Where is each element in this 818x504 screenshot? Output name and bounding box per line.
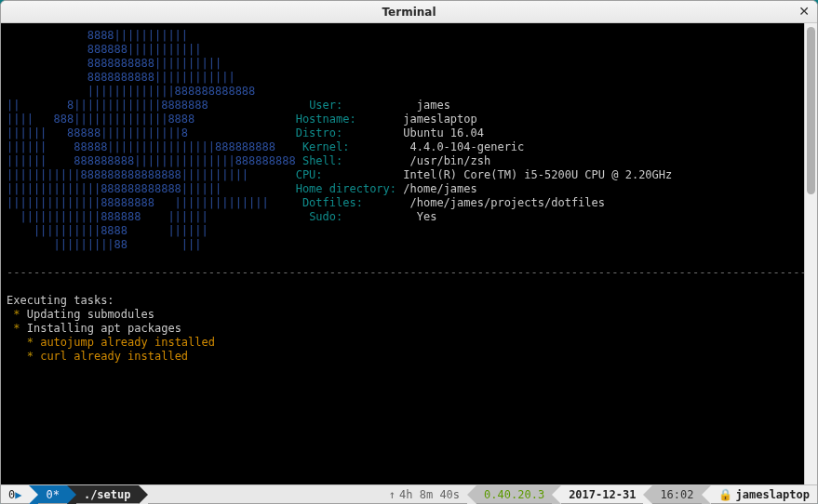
chevron-right-icon <box>29 485 38 504</box>
status-current-cmd[interactable]: ./setup <box>76 485 139 503</box>
info-label: Hostname: <box>296 113 356 126</box>
info-label: Home directory: <box>296 182 396 195</box>
bullet-icon: * <box>13 308 20 321</box>
chevron-right-icon <box>67 485 76 504</box>
status-uptime: ↑4h 8m 40s <box>382 485 467 503</box>
status-spacer <box>148 485 382 503</box>
terminal-output[interactable]: 8888||||||||||| 888888||||||||||| 888888… <box>1 23 804 484</box>
tmux-statusbar: 0 ▶ 0* ./setup ↑4h 8m 40s 0.4 0.2 0.3 20… <box>1 484 817 503</box>
info-value: /usr/bin/zsh <box>410 154 491 167</box>
info-label: User: <box>309 99 342 112</box>
chevron-left-icon <box>643 485 652 504</box>
terminal-window: Terminal ✕ 8888||||||||||| 888888|||||||… <box>0 0 818 504</box>
info-value: Yes <box>417 210 437 223</box>
status-window-tab[interactable]: 0* <box>38 485 66 503</box>
status-loadavg: 0.4 0.2 0.3 <box>476 485 552 503</box>
scrollbar[interactable] <box>804 23 817 484</box>
task-item: Updating submodules <box>27 308 154 321</box>
ascii-logo: 8888||||||||||| 888888||||||||||| 888888… <box>7 29 672 251</box>
divider: ----------------------------------------… <box>7 266 804 279</box>
chevron-left-icon <box>702 485 711 504</box>
bullet-icon: * <box>27 350 34 363</box>
titlebar[interactable]: Terminal ✕ <box>1 1 817 23</box>
info-value: Intel(R) Core(TM) i5-5200U CPU @ 2.20GHz <box>403 168 672 181</box>
task-subitem: autojump already installed <box>40 336 215 349</box>
status-date: 2017-12-31 <box>561 485 643 503</box>
lock-icon: 🔒 <box>718 488 732 501</box>
task-item: Installing apt packages <box>27 322 181 335</box>
window-title: Terminal <box>382 6 436 19</box>
exec-header: Executing tasks: <box>7 294 114 307</box>
close-icon[interactable]: ✕ <box>797 5 811 20</box>
info-value: 4.4.0-104-generic <box>410 140 525 153</box>
info-value: /home/james/projects/dotfiles <box>410 196 606 209</box>
chevron-left-icon <box>552 485 561 504</box>
info-value: /home/james <box>403 182 476 195</box>
info-label: Dotfiles: <box>302 196 363 209</box>
info-label: Distro: <box>296 126 343 139</box>
terminal-body: 8888||||||||||| 888888||||||||||| 888888… <box>1 23 817 484</box>
info-label: Shell: <box>302 154 342 167</box>
bullet-icon: * <box>13 322 20 335</box>
info-label: Sudo: <box>309 210 342 223</box>
info-label: CPU: <box>296 168 323 181</box>
up-arrow-icon: ↑ <box>389 488 396 501</box>
status-time: 16:02 <box>652 485 701 503</box>
chevron-right-icon <box>139 485 148 504</box>
info-value: Ubuntu 16.04 <box>403 126 484 139</box>
info-label: Kernel: <box>302 140 350 153</box>
scrollbar-thumb[interactable] <box>807 27 815 194</box>
status-session-index[interactable]: 0 ▶ <box>1 485 29 503</box>
chevron-left-icon <box>467 485 476 504</box>
bullet-icon: * <box>27 336 34 349</box>
info-value: jameslaptop <box>403 113 476 126</box>
task-subitem: curl already installed <box>40 350 188 363</box>
status-host: 🔒jameslaptop <box>711 485 817 503</box>
info-value: james <box>417 99 450 112</box>
